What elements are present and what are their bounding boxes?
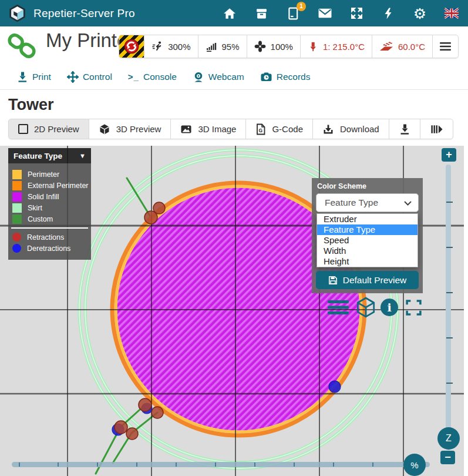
option-feature-type[interactable]: Feature Type — [317, 224, 418, 235]
slider-tick — [58, 462, 59, 467]
cube-icon — [99, 123, 110, 135]
option-speed[interactable]: Speed — [317, 235, 418, 246]
mail-icon[interactable] — [318, 6, 332, 21]
app-title: Repetier-Server Pro — [33, 7, 135, 20]
extruder-temp-button[interactable]: 1: 215.0°C — [300, 35, 372, 58]
flow-bars-icon — [206, 41, 217, 52]
tab-console-label: Console — [143, 72, 177, 82]
download-icon — [322, 123, 334, 135]
printer-tabs: Print Control >_ Console Webcam — [0, 64, 468, 90]
layers-play-icon — [430, 123, 443, 135]
queue-badge: 1 — [297, 2, 306, 11]
color-scheme-options-list: Extruder Feature Type Speed Width Height — [317, 213, 418, 267]
custom-swatch — [12, 214, 22, 224]
settings-gear-icon[interactable]: ⚙ — [413, 6, 427, 21]
slider-tick — [372, 462, 373, 467]
option-height[interactable]: Height — [317, 256, 418, 267]
3d-preview-label: 3D Preview — [116, 124, 161, 134]
z-mode-button[interactable]: Z — [437, 427, 460, 450]
records-tab-icon — [260, 71, 272, 83]
legend-item-skirt: Skirt — [8, 202, 91, 213]
slider-tick — [215, 462, 216, 467]
3d-image-label: 3D Image — [198, 124, 236, 134]
option-width[interactable]: Width — [317, 246, 418, 256]
printer-menu-button[interactable] — [432, 35, 459, 58]
3d-image-button[interactable]: 3D Image — [170, 119, 246, 139]
tab-webcam[interactable]: Webcam — [193, 71, 244, 83]
legend-item-external-perimeter: External Perimeter — [8, 180, 91, 191]
print-queue-icon[interactable]: 1 — [286, 6, 300, 21]
chevron-down-icon: ▼ — [79, 152, 86, 159]
navbar-icon-group: 1 ⚙ — [223, 6, 460, 21]
tab-control-label: Control — [83, 72, 112, 82]
slider-tick — [446, 337, 453, 338]
zoom-in-button[interactable]: + — [442, 148, 456, 162]
tab-console[interactable]: >_ Console — [128, 72, 177, 82]
top-navbar: Repetier-Server Pro 1 — [0, 0, 468, 26]
tab-print[interactable]: Print — [16, 71, 51, 83]
printer-header: My Printer 300% — [0, 26, 468, 65]
legend-item-deretractions: Deretractions — [8, 243, 91, 254]
home-icon[interactable] — [223, 6, 237, 21]
save-icon — [328, 276, 338, 285]
language-flag-icon[interactable] — [445, 6, 459, 21]
color-scheme-label: Color Scheme — [317, 182, 366, 190]
2d-preview-button[interactable]: 2D Preview — [8, 119, 89, 139]
tab-webcam-label: Webcam — [208, 72, 244, 82]
color-scheme-select[interactable]: Feature Type — [316, 193, 419, 212]
canvas-3d-cube-icon[interactable] — [355, 296, 377, 321]
fan-speed-button[interactable]: 100% — [247, 35, 301, 58]
canvas-fullscreen-icon[interactable] — [405, 299, 422, 319]
console-tab-icon: >_ — [128, 72, 139, 82]
speed-multiplier-button[interactable]: 300% — [144, 35, 198, 58]
legend-title: Feature Type — [14, 152, 62, 160]
image-icon — [180, 123, 192, 135]
speed-value: 300% — [168, 42, 190, 52]
flow-multiplier-button[interactable]: 95% — [198, 35, 247, 58]
chevron-down-icon — [404, 201, 412, 206]
color-scheme-selected-value: Feature Type — [317, 197, 378, 208]
horizontal-progress-slider[interactable] — [12, 462, 430, 467]
bed-temp-button[interactable]: 60.0°C — [372, 35, 433, 58]
vertical-layer-slider[interactable] — [446, 165, 451, 450]
legend-item-perimeter: Perimeter — [8, 169, 91, 180]
slider-tick — [176, 462, 177, 467]
expand-arrows-icon[interactable] — [349, 6, 363, 21]
flow-value: 95% — [222, 42, 240, 52]
tab-records[interactable]: Records — [260, 71, 311, 83]
print-preview-area: Feature Type ▼ Perimeter External Perime… — [0, 146, 464, 476]
perimeter-swatch — [12, 170, 22, 179]
skirt-swatch — [12, 203, 22, 213]
canvas-menu-icon[interactable] — [328, 300, 349, 317]
3d-preview-button[interactable]: 3D Preview — [89, 119, 171, 139]
canvas-info-icon[interactable]: i — [381, 299, 398, 316]
retractions-dot-swatch — [12, 233, 21, 242]
default-preview-label: Default Preview — [343, 275, 407, 286]
tab-control[interactable]: Control — [67, 71, 112, 83]
extruder-icon — [308, 41, 318, 52]
legend-item-custom: Custom — [8, 213, 91, 224]
2d-preview-label: 2D Preview — [34, 124, 79, 134]
legend-item-solid-infill: Solid Infill — [8, 191, 91, 202]
download-label: Download — [340, 124, 379, 134]
repetier-logo-icon[interactable] — [8, 4, 26, 22]
slider-tick — [136, 462, 137, 467]
power-bolt-icon[interactable] — [381, 6, 395, 21]
zoom-out-button[interactable]: − — [440, 451, 455, 464]
option-extruder[interactable]: Extruder — [317, 214, 418, 224]
fan-icon — [254, 41, 266, 52]
layer-animation-button[interactable] — [420, 119, 453, 139]
percent-mode-button[interactable]: % — [403, 454, 426, 476]
legend-header[interactable]: Feature Type ▼ — [8, 148, 91, 163]
archive-box-icon[interactable] — [254, 6, 268, 21]
emergency-stop-button[interactable] — [119, 35, 144, 58]
gcode-button[interactable]: G G-Code — [245, 119, 313, 139]
webcam-tab-icon — [193, 71, 204, 83]
heated-bed-icon — [379, 41, 393, 52]
printer-nozzle-icon — [399, 123, 410, 135]
default-preview-button[interactable]: Default Preview — [316, 271, 419, 289]
printer-action-button[interactable] — [389, 119, 420, 139]
slider-tick — [446, 383, 453, 384]
solid-infill-swatch — [12, 192, 22, 202]
download-button[interactable]: Download — [312, 119, 389, 139]
